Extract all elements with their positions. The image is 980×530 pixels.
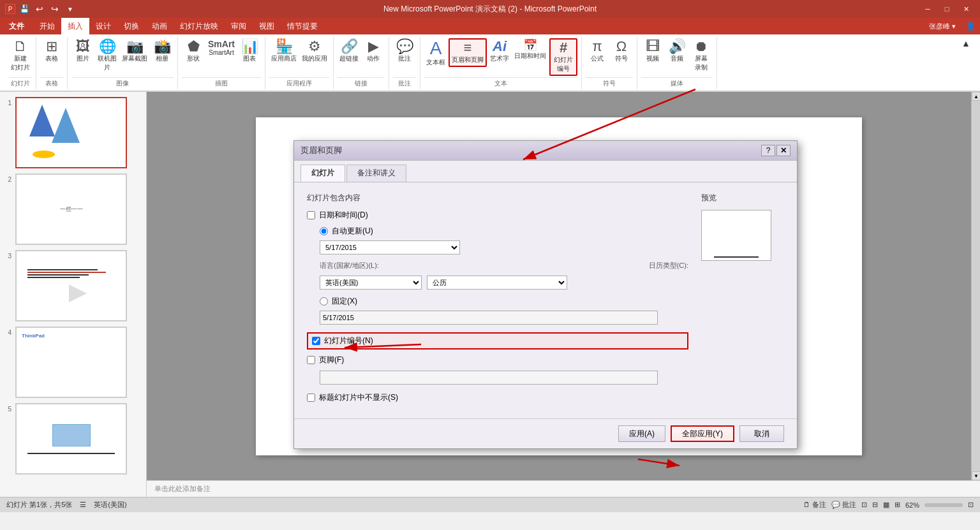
- no-title-checkbox[interactable]: [307, 394, 315, 402]
- menu-home[interactable]: 开始: [33, 18, 61, 34]
- date-select[interactable]: 5/17/2015: [320, 240, 460, 254]
- formula-btn[interactable]: π 公式: [586, 38, 609, 64]
- zoom-level: 62%: [905, 501, 919, 509]
- ribbon-group-label-images: 图像: [71, 77, 174, 89]
- fixed-radio[interactable]: [320, 297, 328, 305]
- dialog-close-btn[interactable]: ✕: [776, 145, 791, 156]
- apply-btn[interactable]: 应用(A): [618, 425, 665, 442]
- fixed-date-input[interactable]: [320, 311, 658, 325]
- my-apps-icon: ⚙: [308, 40, 321, 54]
- slide-thumb-4[interactable]: 4 ThinkPad: [3, 327, 144, 398]
- smartart-btn[interactable]: SmArt SmartArt: [206, 38, 237, 57]
- shapes-btn[interactable]: ⬟ 形状: [182, 38, 205, 64]
- slide-img-2[interactable]: 一些一一: [15, 173, 127, 245]
- fixed-input-row: [307, 311, 688, 325]
- screen-record-btn[interactable]: ⏺ 屏幕录制: [690, 38, 713, 73]
- slide-number-checkbox[interactable]: [312, 337, 320, 345]
- datetime-btn[interactable]: 📅 日期和时间: [512, 38, 548, 62]
- symbol-btn[interactable]: Ω 符号: [610, 38, 633, 64]
- menu-story[interactable]: 情节提要: [281, 18, 324, 34]
- menu-insert[interactable]: 插入: [61, 18, 89, 34]
- video-btn[interactable]: 🎞 视频: [641, 38, 664, 64]
- auto-update-radio[interactable]: [320, 227, 328, 235]
- no-title-label: 标题幻灯片中不显示(S): [319, 392, 398, 403]
- slide-img-1[interactable]: [15, 97, 127, 168]
- minimize-btn[interactable]: ─: [919, 3, 937, 15]
- view-presentation-btn[interactable]: ⊞: [895, 501, 900, 509]
- scroll-up-btn[interactable]: ▲: [972, 92, 980, 101]
- header-footer-btn[interactable]: ≡ 页眉和页脚: [449, 38, 487, 67]
- tab-slide[interactable]: 幻灯片: [301, 165, 345, 182]
- cancel-btn[interactable]: 取消: [739, 425, 784, 442]
- wordart-btn[interactable]: Ai 艺术字: [488, 38, 511, 64]
- ribbon-collapse-btn[interactable]: ▲: [957, 38, 975, 48]
- textbox-btn[interactable]: A 文本框: [424, 38, 447, 68]
- datetime-checkbox[interactable]: [307, 211, 315, 219]
- apply-all-btn[interactable]: 全部应用(Y): [671, 425, 734, 442]
- slide-thumb-1[interactable]: 1: [3, 97, 144, 168]
- slide-thumb-5[interactable]: 5: [3, 403, 144, 475]
- audio-label: 音频: [671, 54, 683, 63]
- menu-review[interactable]: 审阅: [225, 18, 253, 34]
- ribbon-group-table: ⊞ 表格 表格: [36, 37, 68, 89]
- scroll-thumb[interactable]: [972, 101, 980, 471]
- collapse-icon: ▲: [961, 39, 970, 48]
- ribbon-group-images: 🖼 图片 🌐 联机图片 📷 屏幕截图 📸 相册 图像: [68, 37, 178, 89]
- hyperlink-btn[interactable]: 🔗 超链接: [338, 38, 360, 64]
- datetime-label: 日期和时间: [514, 52, 546, 61]
- chart-btn[interactable]: 📊 图表: [238, 38, 261, 64]
- footer-checkbox[interactable]: [307, 356, 315, 364]
- tab-notes[interactable]: 备注和讲义: [346, 165, 406, 182]
- zoom-fit-btn[interactable]: ⊡: [968, 501, 974, 509]
- user-name: 张彦峰 ▾: [924, 18, 961, 34]
- slide-thumb-2[interactable]: 2 一些一一: [3, 173, 144, 245]
- notes-area[interactable]: 单击此处添加备注: [147, 480, 980, 497]
- vertical-scrollbar[interactable]: ▲ ▼: [971, 92, 980, 480]
- album-btn[interactable]: 📸 相册: [151, 38, 174, 64]
- menu-transitions[interactable]: 切换: [117, 18, 145, 34]
- cal-type-select[interactable]: 公历: [427, 276, 567, 290]
- table-btn[interactable]: ⊞ 表格: [40, 38, 63, 64]
- screenshot-btn[interactable]: 📷 屏幕截图: [120, 38, 149, 64]
- slide-img-3[interactable]: [15, 250, 127, 321]
- menu-file[interactable]: 文件: [0, 18, 33, 34]
- save-quick-btn[interactable]: 💾: [18, 3, 31, 15]
- close-btn[interactable]: ✕: [957, 3, 975, 15]
- menu-design[interactable]: 设计: [89, 18, 117, 34]
- store-btn[interactable]: 🏪 应用商店: [269, 38, 299, 64]
- comments-status-btn[interactable]: 💬 批注: [831, 500, 856, 510]
- view-normal-btn[interactable]: ⊡: [861, 501, 867, 509]
- scroll-down-btn[interactable]: ▼: [972, 471, 980, 480]
- slide-img-4[interactable]: ThinkPad: [15, 327, 127, 398]
- chart-icon: 📊: [241, 40, 258, 54]
- my-apps-btn[interactable]: ⚙ 我的应用: [300, 38, 329, 64]
- dialog-help-btn[interactable]: ?: [761, 145, 775, 156]
- quick-access-dropdown[interactable]: ▼: [64, 3, 77, 15]
- dialog-body: 幻灯片包含内容 日期和时间(D) 自动更新(U) 5/17/2015: [294, 182, 797, 418]
- footer-input[interactable]: [320, 371, 658, 385]
- slide-number-btn[interactable]: # 幻灯片编号: [549, 38, 577, 76]
- header-footer-dialog[interactable]: 页眉和页脚 ? ✕ 幻灯片 备注和讲义 幻灯片包含内容 日期和时间(D): [293, 140, 798, 449]
- view-reading-btn[interactable]: ▦: [883, 501, 889, 509]
- online-pic-btn[interactable]: 🌐 联机图片: [96, 38, 119, 73]
- slide-img-5[interactable]: [15, 403, 127, 475]
- lang-select[interactable]: 英语(美国): [320, 276, 422, 290]
- action-btn[interactable]: ▶ 动作: [362, 38, 385, 64]
- notes-status-btn[interactable]: 🗒 备注: [803, 500, 826, 510]
- audio-btn[interactable]: 🔊 音频: [665, 38, 688, 64]
- comment-btn[interactable]: 💬 批注: [393, 38, 416, 64]
- maximize-btn[interactable]: □: [938, 3, 956, 15]
- undo-btn[interactable]: ↩: [33, 3, 46, 15]
- redo-btn[interactable]: ↪: [48, 3, 61, 15]
- header-footer-icon: ≡: [464, 41, 472, 55]
- slide-thumb-3[interactable]: 3: [3, 250, 144, 321]
- menu-animations[interactable]: 动画: [145, 18, 174, 34]
- new-slide-btn[interactable]: 🗋 新建幻灯片: [9, 38, 32, 73]
- menu-slideshow[interactable]: 幻灯片放映: [174, 18, 225, 34]
- picture-btn[interactable]: 🖼 图片: [71, 38, 94, 64]
- dialog-title-buttons: ? ✕: [761, 145, 791, 156]
- ribbon-content: 🗋 新建幻灯片 幻灯片 ⊞ 表格 表格 🖼 图片: [0, 34, 980, 91]
- view-slide-btn[interactable]: ⊟: [872, 501, 878, 509]
- menu-view[interactable]: 视图: [253, 18, 281, 34]
- zoom-slider[interactable]: [924, 503, 963, 507]
